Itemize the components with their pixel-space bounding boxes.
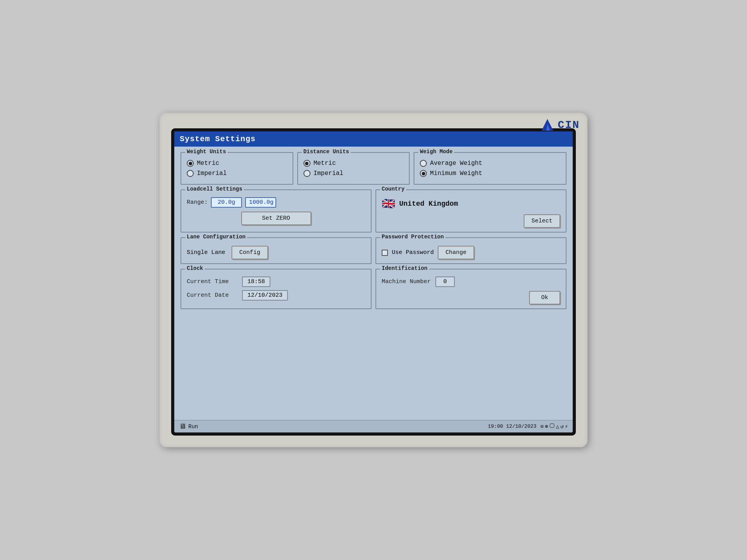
current-date-value[interactable]: 12/10/2023 — [242, 290, 288, 301]
machine-number-label: Machine Number — [382, 278, 431, 285]
status-datetime: 19:00 12/10/2023 — [488, 424, 537, 429]
middle-row: Loadcell Settings Range: 20.0g 1000.0g S… — [181, 189, 566, 233]
current-date-row: Current Date 12/10/2023 — [187, 290, 365, 301]
loadcell-label: Loadcell Settings — [185, 186, 244, 192]
ok-button[interactable]: Ok — [529, 291, 560, 304]
clock-group: Clock Current Time 18:58 Current Date 12… — [181, 269, 372, 309]
bottom-row: Clock Current Time 18:58 Current Date 12… — [181, 269, 566, 309]
weigh-minimum-row[interactable]: Minimum Weight — [420, 170, 560, 177]
select-country-button[interactable]: Select — [524, 214, 560, 228]
main-content: Weight Units Metric Imperial Distance Un… — [174, 147, 573, 420]
distance-imperial-row[interactable]: Imperial — [303, 170, 404, 177]
status-icon-5: ↺ — [560, 423, 563, 430]
distance-units-group: Distance Units Metric Imperial — [297, 152, 410, 185]
screen: System Settings Weight Units Metric — [174, 131, 573, 432]
distance-metric-row[interactable]: Metric — [303, 160, 404, 167]
brand-name: CIN — [558, 119, 580, 131]
weight-imperial-label: Imperial — [197, 170, 227, 177]
brand-area: CIN — [539, 117, 580, 133]
country-content: 🇬🇧 United Kingdom Select — [382, 194, 560, 228]
machine-number-value[interactable]: 0 — [435, 276, 455, 287]
distance-metric-radio[interactable] — [303, 160, 310, 167]
password-group: Password Protection Use Password Change — [375, 237, 566, 264]
range-max-field[interactable]: 1000.0g — [245, 197, 276, 208]
weigh-mode-group: Weigh Mode Average Weight Minimum Weight — [414, 152, 566, 185]
loadcell-group: Loadcell Settings Range: 20.0g 1000.0g S… — [181, 189, 372, 233]
weigh-mode-label: Weigh Mode — [418, 149, 454, 155]
weight-metric-row[interactable]: Metric — [187, 160, 287, 167]
run-label: Run — [188, 424, 198, 430]
status-icon-2: ⊕ — [545, 423, 548, 430]
use-password-checkbox[interactable] — [382, 250, 388, 256]
title-bar-label: System Settings — [180, 135, 256, 144]
run-button[interactable]: 🖥 Run — [179, 422, 198, 430]
password-label: Password Protection — [380, 234, 445, 240]
current-time-value[interactable]: 18:58 — [242, 276, 270, 287]
lane-password-row: Lane Configuration Single Lane Config Pa… — [181, 237, 566, 264]
range-min-field[interactable]: 20.0g — [211, 197, 242, 208]
weigh-average-radio[interactable] — [420, 160, 427, 167]
weight-units-label: Weight Units — [185, 149, 228, 155]
weight-units-group: Weight Units Metric Imperial — [181, 152, 293, 185]
status-icon-3: 🖵 — [549, 423, 555, 430]
weight-imperial-row[interactable]: Imperial — [187, 170, 287, 177]
clock-label: Clock — [185, 265, 205, 271]
top-row: Weight Units Metric Imperial Distance Un… — [181, 152, 566, 185]
screen-bezel: System Settings Weight Units Metric — [171, 128, 576, 436]
weigh-average-label: Average Weight — [430, 160, 482, 167]
current-date-label: Current Date — [187, 292, 237, 299]
use-password-label: Use Password — [392, 249, 434, 256]
distance-imperial-label: Imperial — [314, 170, 344, 177]
status-icon-1: ⊙ — [540, 423, 544, 430]
lane-config-label: Lane Configuration — [185, 234, 247, 240]
weight-imperial-radio[interactable] — [187, 170, 194, 177]
distance-units-label: Distance Units — [302, 149, 351, 155]
status-icon-6: ⚡ — [565, 423, 568, 430]
weigh-minimum-radio[interactable] — [420, 170, 427, 177]
country-flag: 🇬🇧 — [382, 197, 395, 210]
country-name: United Kingdom — [399, 200, 458, 208]
distance-imperial-radio[interactable] — [303, 170, 310, 177]
config-button[interactable]: Config — [231, 246, 268, 259]
lane-type-label: Single Lane — [187, 249, 225, 256]
current-time-label: Current Time — [187, 278, 237, 285]
set-zero-button[interactable]: Set ZERO — [241, 212, 311, 225]
range-row: Range: 20.0g 1000.0g — [187, 197, 365, 208]
weight-metric-radio[interactable] — [187, 160, 194, 167]
select-btn-row: Select — [382, 214, 560, 228]
distance-metric-label: Metric — [314, 160, 336, 167]
current-time-row: Current Time 18:58 — [187, 276, 365, 287]
status-right: 19:00 12/10/2023 ⊙ ⊕ 🖵 △ ↺ ⚡ — [488, 423, 568, 430]
machine-number-row: Machine Number 0 — [382, 276, 560, 287]
device-frame: CIN System Settings Weight Units Metric — [160, 113, 587, 447]
weigh-minimum-label: Minimum Weight — [430, 170, 482, 177]
weight-metric-label: Metric — [197, 160, 219, 167]
brand-logo-icon — [539, 117, 556, 133]
ok-btn-row: Ok — [382, 291, 560, 304]
password-row: Use Password Change — [382, 246, 560, 259]
status-bar: 🖥 Run 19:00 12/10/2023 ⊙ ⊕ 🖵 △ ↺ ⚡ — [174, 420, 573, 432]
identification-label: Identification — [380, 265, 429, 271]
weigh-average-row[interactable]: Average Weight — [420, 160, 560, 167]
country-name-row: 🇬🇧 United Kingdom — [382, 197, 560, 210]
status-icons: ⊙ ⊕ 🖵 △ ↺ ⚡ — [540, 423, 568, 430]
status-icon-4: △ — [556, 423, 559, 430]
lane-row: Single Lane Config — [187, 246, 365, 259]
lane-config-group: Lane Configuration Single Lane Config — [181, 237, 372, 264]
title-bar: System Settings — [174, 131, 573, 147]
change-password-button[interactable]: Change — [438, 246, 474, 259]
country-group: Country 🇬🇧 United Kingdom Select — [375, 189, 566, 233]
range-label: Range: — [187, 199, 208, 206]
run-icon: 🖥 — [179, 422, 186, 430]
country-label: Country — [380, 186, 406, 192]
identification-group: Identification Machine Number 0 Ok — [375, 269, 566, 309]
